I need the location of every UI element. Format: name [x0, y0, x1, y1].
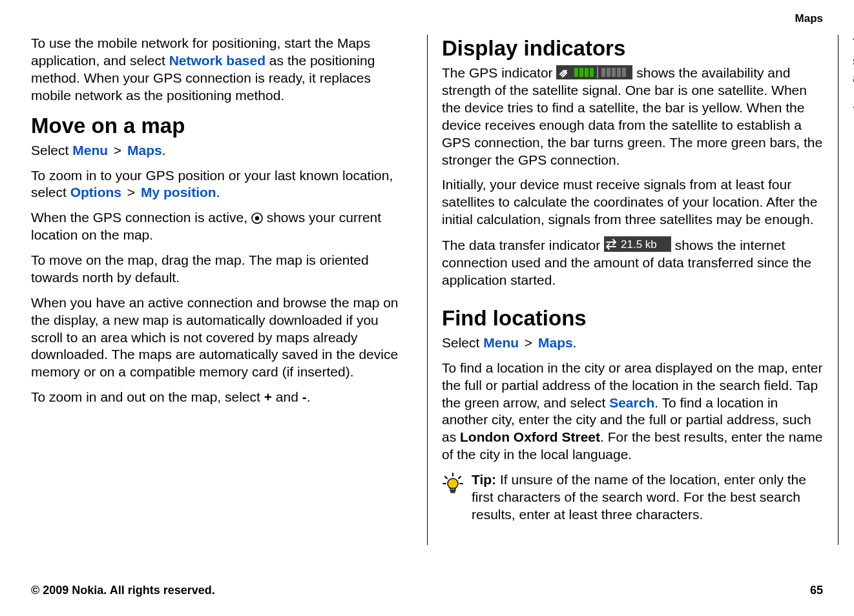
search-keyword: Search [609, 395, 654, 410]
zoom-to-position: To zoom in to your GPS position or your … [31, 167, 412, 202]
data-transfer-indicator-icon: 21.5 kb [604, 236, 671, 252]
svg-rect-10 [607, 68, 610, 77]
svg-rect-7 [590, 68, 594, 77]
tip-block-1: Tip: If unsure of the name of the locati… [442, 471, 823, 524]
plus-key: + [264, 389, 272, 404]
zoom-plus-minus: To zoom in and out on the map, select + … [31, 389, 412, 406]
text: . [216, 185, 220, 200]
text: . [162, 143, 166, 158]
svg-rect-11 [612, 68, 616, 77]
text: and [272, 389, 302, 404]
svg-line-17 [445, 477, 447, 478]
text: The GPS indicator [442, 65, 556, 80]
text: Select [31, 143, 72, 158]
text: Select [442, 335, 483, 350]
network-based-keyword: Network based [169, 53, 266, 68]
my-position-keyword: My position [141, 185, 216, 200]
heading-display-indicators: Display indicators [442, 35, 823, 62]
copyright-text: © 2009 Nokia. All rights reserved. [31, 583, 215, 598]
menu-keyword: Menu [483, 335, 519, 350]
svg-text:21.5 kb: 21.5 kb [621, 238, 657, 251]
london-example: London Oxford Street [460, 429, 600, 444]
select-menu-maps: Select Menu > Maps. [31, 142, 412, 159]
location-dot-icon [251, 212, 263, 224]
svg-rect-2 [556, 65, 632, 79]
svg-rect-4 [574, 68, 578, 77]
download-paragraph: When you have an active connection and b… [31, 294, 412, 381]
breadcrumb-separator: > [121, 184, 141, 201]
svg-line-18 [459, 477, 461, 478]
intro-paragraph: To use the mobile network for positionin… [31, 35, 412, 105]
text: shows the availability and strength of t… [442, 65, 822, 167]
tip-lightbulb-icon [442, 471, 464, 524]
breadcrumb-separator: > [519, 334, 538, 352]
text: . [307, 389, 311, 404]
maps-keyword: Maps [127, 143, 162, 158]
satellite-paragraph: Initially, your device must receive sign… [442, 176, 823, 229]
svg-point-3 [564, 70, 567, 73]
page-number: 65 [810, 583, 823, 598]
gps-indicator-paragraph: The GPS indicator [442, 65, 823, 169]
svg-rect-12 [617, 68, 621, 77]
heading-find-locations: Find locations [442, 305, 823, 332]
svg-point-21 [448, 478, 458, 489]
select-menu-maps-2: Select Menu > Maps. [442, 334, 823, 352]
minus-key: - [302, 389, 307, 404]
svg-rect-5 [579, 68, 583, 77]
data-transfer-paragraph: The data transfer indicator 21.5 kb show… [442, 236, 823, 289]
svg-rect-6 [585, 68, 588, 77]
text: When the GPS connection is active, [31, 210, 251, 225]
find-location-paragraph: To find a location in the city or area d… [442, 360, 823, 464]
svg-rect-9 [601, 68, 605, 77]
tip-text: Tip: If unsure of the name of the locati… [472, 471, 823, 524]
tip-label: Tip: [472, 472, 496, 487]
maps-keyword: Maps [538, 335, 573, 350]
text: To zoom in and out on the map, select [31, 389, 264, 404]
svg-rect-13 [622, 68, 626, 77]
text: If unsure of the name of the location, e… [472, 472, 806, 522]
text: The data transfer indicator [442, 238, 604, 252]
drag-paragraph: To move on the map, drag the map. The ma… [31, 252, 412, 287]
gps-active-paragraph: When the GPS connection is active, shows… [31, 209, 412, 244]
options-keyword: Options [70, 185, 121, 200]
heading-move-on-a-map: Move on a map [31, 112, 412, 139]
section-label: Maps [795, 12, 823, 26]
svg-rect-22 [450, 488, 455, 491]
breadcrumb-separator: > [108, 142, 127, 159]
svg-rect-8 [597, 67, 598, 78]
gps-signal-indicator-icon [556, 65, 632, 79]
text: . [573, 335, 577, 350]
svg-point-1 [255, 216, 259, 220]
menu-keyword: Menu [72, 143, 108, 158]
svg-rect-23 [451, 491, 455, 493]
